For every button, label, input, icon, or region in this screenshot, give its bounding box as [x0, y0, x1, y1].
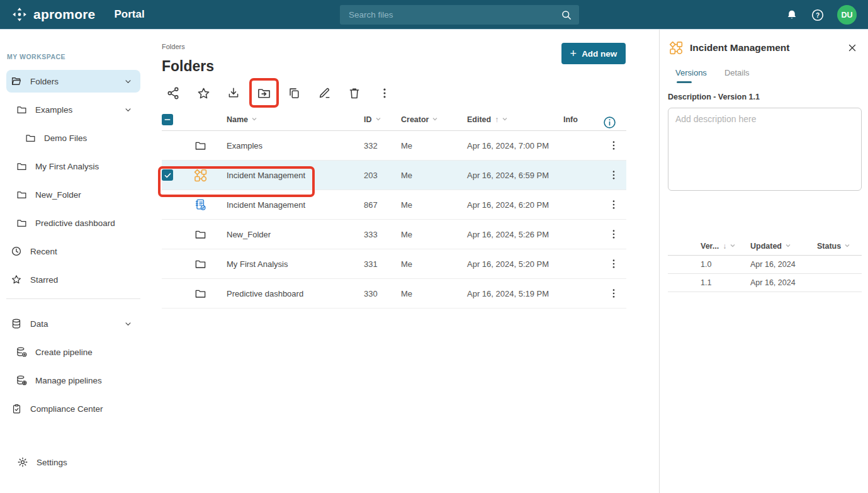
- table-row[interactable]: Examples 332 Me Apr 16, 2024, 7:00 PM: [162, 131, 626, 161]
- sidebar-item-my-first-analysis[interactable]: My First Analysis: [6, 155, 140, 178]
- sort-chevron-icon: [730, 243, 736, 248]
- search-icon[interactable]: [560, 9, 573, 21]
- sidebar-item-new-folder[interactable]: New_Folder: [6, 183, 140, 206]
- sidebar-item-recent[interactable]: Recent: [6, 240, 140, 263]
- row-creator: Me: [401, 200, 467, 210]
- row-menu-button[interactable]: [601, 228, 626, 241]
- sidebar-item-manage-pipelines[interactable]: Manage pipelines: [6, 369, 140, 392]
- plus-icon: +: [570, 47, 577, 60]
- folder-icon: [25, 133, 36, 144]
- share-button[interactable]: [164, 84, 182, 102]
- row-menu-button[interactable]: [601, 198, 626, 211]
- row-menu-button[interactable]: [601, 169, 626, 181]
- row-name[interactable]: Examples: [216, 141, 364, 150]
- table-row[interactable]: Incident Management 867 Me Apr 16, 2024,…: [162, 190, 626, 220]
- top-navbar: apromore Portal ? DU: [0, 0, 868, 30]
- search-input[interactable]: [340, 10, 560, 20]
- select-all-checkbox[interactable]: [162, 114, 173, 125]
- user-avatar[interactable]: DU: [837, 5, 857, 25]
- column-header-status[interactable]: Status: [817, 242, 862, 251]
- table-row[interactable]: My First Analysis 331 Me Apr 16, 2024, 5…: [162, 249, 626, 279]
- sidebar-item-label: My First Analysis: [35, 162, 99, 171]
- row-name[interactable]: My First Analysis: [216, 259, 364, 269]
- sort-ascending-arrow-icon: ↑: [495, 115, 499, 124]
- close-icon[interactable]: [847, 42, 858, 54]
- edit-button[interactable]: [315, 84, 333, 102]
- row-id: 331: [364, 259, 401, 269]
- column-header-creator[interactable]: Creator: [401, 115, 467, 124]
- sidebar-item-label: Create pipeline: [35, 348, 93, 357]
- sidebar-item-starred[interactable]: Starred: [6, 268, 140, 291]
- database-gear-icon: [16, 375, 27, 386]
- row-checkbox-checked[interactable]: [162, 169, 173, 181]
- row-name[interactable]: Incident Management: [216, 200, 364, 210]
- version-row[interactable]: 1.1 Apr 16, 2024: [668, 274, 862, 292]
- row-menu-button[interactable]: [601, 139, 626, 152]
- sidebar-item-predictive-dashboard[interactable]: Predictive dashboard: [6, 212, 140, 234]
- chevron-down-icon[interactable]: [123, 319, 133, 329]
- sidebar-item-create-pipeline[interactable]: Create pipeline: [6, 341, 140, 363]
- column-header-info[interactable]: Info: [563, 115, 601, 124]
- row-name[interactable]: New_Folder: [216, 230, 364, 239]
- row-menu-button[interactable]: [601, 287, 626, 300]
- folder-icon: [16, 218, 27, 229]
- star-button[interactable]: [194, 84, 212, 102]
- chevron-down-icon[interactable]: [123, 105, 133, 115]
- row-name[interactable]: Predictive dashboard: [216, 289, 364, 298]
- version-row[interactable]: 1.0 Apr 16, 2024: [668, 256, 862, 274]
- breadcrumb[interactable]: Folders: [162, 43, 626, 50]
- move-to-folder-button[interactable]: [255, 84, 273, 102]
- sidebar-item-label: Compliance Center: [30, 404, 103, 414]
- sidebar-item-label: Folders: [30, 77, 59, 86]
- brand-name: apromore: [33, 7, 95, 22]
- row-name[interactable]: Incident Management: [216, 171, 364, 180]
- sidebar-item-examples[interactable]: Examples: [6, 98, 140, 121]
- version-number: 1.1: [701, 278, 750, 287]
- row-menu-button[interactable]: [601, 258, 626, 270]
- sidebar-item-demo-files[interactable]: Demo Files: [6, 127, 140, 149]
- row-creator: Me: [401, 141, 467, 150]
- column-header-name[interactable]: Name: [216, 115, 364, 124]
- details-panel: Incident Management Versions Details Des…: [659, 30, 868, 493]
- sidebar-item-data[interactable]: Data: [6, 312, 140, 335]
- row-edited: Apr 16, 2024, 6:59 PM: [467, 171, 563, 180]
- column-header-id[interactable]: ID: [364, 115, 401, 124]
- sidebar-item-compliance-center[interactable]: Compliance Center: [6, 397, 140, 420]
- sort-chevron-icon: [251, 116, 257, 122]
- sidebar-item-label: Data: [30, 319, 48, 329]
- brand[interactable]: apromore: [11, 6, 95, 23]
- row-id: 330: [364, 289, 401, 298]
- sidebar-item-folders[interactable]: Folders: [6, 70, 140, 93]
- more-options-button[interactable]: [376, 84, 393, 102]
- sidebar-item-label: New_Folder: [35, 190, 81, 200]
- info-icon[interactable]: [602, 115, 617, 130]
- help-icon[interactable]: ?: [811, 8, 825, 22]
- notifications-bell-icon[interactable]: [786, 9, 798, 21]
- column-header-edited[interactable]: Edited↑: [467, 115, 563, 124]
- table-row[interactable]: Predictive dashboard 330 Me Apr 16, 2024…: [162, 279, 626, 309]
- column-header-version[interactable]: Ver...↓: [701, 242, 750, 251]
- row-creator: Me: [401, 289, 467, 298]
- tab-details[interactable]: Details: [724, 68, 750, 83]
- download-button[interactable]: [225, 84, 242, 102]
- table-row[interactable]: New_Folder 333 Me Apr 16, 2024, 5:26 PM: [162, 220, 626, 249]
- description-textarea[interactable]: [668, 108, 862, 191]
- sort-chevron-icon: [785, 243, 791, 248]
- tab-versions[interactable]: Versions: [675, 68, 707, 83]
- copy-button[interactable]: [285, 84, 303, 102]
- clipboard-check-icon: [11, 404, 22, 414]
- search-bar[interactable]: [340, 5, 579, 25]
- column-header-updated[interactable]: Updated: [750, 242, 817, 251]
- delete-button[interactable]: [346, 84, 363, 102]
- sidebar-item-settings[interactable]: Settings: [13, 451, 134, 473]
- product-name: Portal: [114, 8, 144, 21]
- chevron-down-icon[interactable]: [123, 77, 133, 86]
- add-new-button[interactable]: + Add new: [561, 43, 626, 64]
- folder-icon: [194, 288, 206, 300]
- workspace-section-label: MY WORKSPACE: [7, 53, 147, 60]
- panel-title: Incident Management: [690, 42, 789, 54]
- row-edited: Apr 16, 2024, 5:26 PM: [467, 230, 563, 239]
- table-row-selected[interactable]: Incident Management 203 Me Apr 16, 2024,…: [162, 161, 626, 190]
- indeterminate-minus-icon: [163, 115, 172, 124]
- version-number: 1.0: [701, 260, 750, 269]
